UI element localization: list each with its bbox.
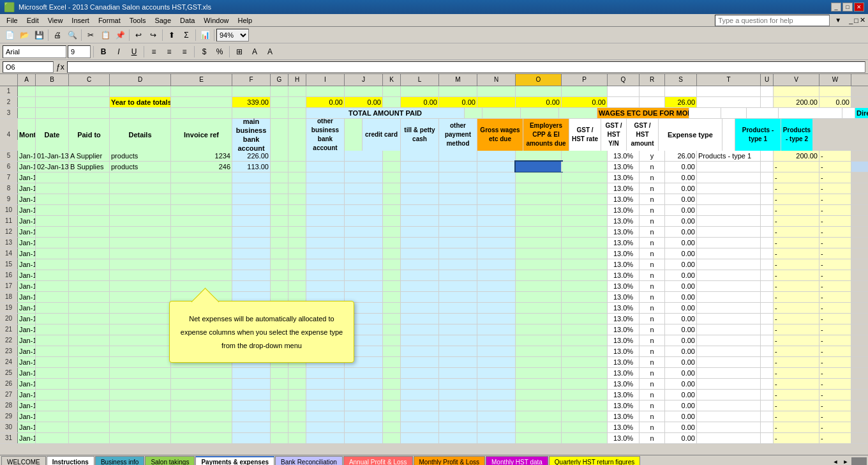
cell-H27[interactable] bbox=[288, 390, 306, 400]
cell-I16[interactable] bbox=[306, 270, 345, 280]
cell-N6[interactable] bbox=[477, 162, 516, 172]
tab-scroll-right[interactable]: ► bbox=[841, 457, 850, 466]
cell-I25[interactable] bbox=[306, 368, 345, 378]
cell-P10[interactable] bbox=[562, 205, 608, 215]
cell-B29[interactable] bbox=[36, 411, 69, 422]
cell-A30[interactable]: Jan-13 bbox=[18, 422, 36, 432]
cell-I28[interactable] bbox=[306, 400, 345, 411]
cell-H25[interactable] bbox=[288, 368, 306, 378]
cell-W8[interactable]: - bbox=[819, 183, 851, 194]
cell-N12[interactable] bbox=[477, 227, 516, 237]
cell-A22[interactable]: Jan-13 bbox=[18, 335, 36, 346]
cell-A17[interactable]: Jan-13 bbox=[18, 281, 36, 291]
tab-bank-reconciliation[interactable]: Bank Reconciliation bbox=[275, 456, 343, 466]
cell-W17[interactable]: - bbox=[819, 281, 851, 291]
cell-P12[interactable] bbox=[562, 227, 608, 237]
cell-I8[interactable] bbox=[306, 183, 345, 194]
cell-L28[interactable] bbox=[401, 400, 439, 411]
cell-Q6[interactable]: 13.0% bbox=[608, 162, 640, 172]
cell-N14[interactable] bbox=[477, 248, 516, 259]
cell-K14[interactable] bbox=[383, 248, 401, 259]
redo-button[interactable]: ↪ bbox=[146, 28, 160, 42]
cell-E17[interactable] bbox=[171, 281, 232, 291]
cell-B2[interactable] bbox=[36, 97, 69, 107]
cell-S19[interactable]: 0.00 bbox=[665, 303, 697, 313]
cell-Q14[interactable]: 13.0% bbox=[608, 248, 640, 259]
cell-N2[interactable] bbox=[477, 97, 516, 107]
cell-Q30[interactable]: 13.0% bbox=[608, 422, 640, 432]
cell-D4[interactable]: Details bbox=[110, 119, 171, 151]
cell-C4[interactable]: Paid to bbox=[69, 119, 110, 151]
cell-T29[interactable] bbox=[697, 411, 761, 422]
cell-T23[interactable] bbox=[697, 346, 761, 356]
cell-L7[interactable] bbox=[401, 172, 439, 183]
cell-U8[interactable] bbox=[761, 183, 774, 194]
cell-G5[interactable] bbox=[271, 151, 288, 161]
cell-W23[interactable]: - bbox=[819, 346, 851, 356]
cell-V19[interactable]: - bbox=[774, 303, 819, 313]
cell-E27[interactable] bbox=[171, 390, 232, 400]
cell-D11[interactable] bbox=[110, 216, 171, 226]
cell-Q17[interactable]: 13.0% bbox=[608, 281, 640, 291]
cell-O26[interactable] bbox=[516, 379, 562, 389]
cell-D14[interactable] bbox=[110, 248, 171, 259]
cell-R11[interactable]: n bbox=[640, 216, 665, 226]
cell-L16[interactable] bbox=[401, 270, 439, 280]
cell-N8[interactable] bbox=[477, 183, 516, 194]
cell-W16[interactable]: - bbox=[819, 270, 851, 280]
cell-N5[interactable] bbox=[477, 151, 516, 161]
cell-W2[interactable]: 0.00 bbox=[819, 97, 851, 107]
cell-Q15[interactable]: 13.0% bbox=[608, 259, 640, 270]
cell-R10[interactable]: n bbox=[640, 205, 665, 215]
cell-F7[interactable] bbox=[232, 172, 271, 183]
cell-F8[interactable] bbox=[232, 183, 271, 194]
cell-N24[interactable] bbox=[477, 357, 516, 367]
cell-H15[interactable] bbox=[288, 259, 306, 270]
cell-O6[interactable] bbox=[516, 162, 562, 172]
cell-J8[interactable] bbox=[345, 183, 383, 194]
chart-button[interactable]: 📊 bbox=[198, 28, 212, 42]
cell-T17[interactable] bbox=[697, 281, 761, 291]
cell-O17[interactable] bbox=[516, 281, 562, 291]
cell-T1[interactable] bbox=[697, 86, 761, 96]
tab-salon-takings[interactable]: Salon takings bbox=[145, 456, 195, 466]
cell-M12[interactable] bbox=[439, 227, 477, 237]
cell-P18[interactable] bbox=[562, 292, 608, 302]
cell-T4[interactable]: Expense type bbox=[659, 119, 722, 151]
sort-asc-button[interactable]: ⬆ bbox=[165, 28, 179, 42]
cell-J30[interactable] bbox=[345, 422, 383, 432]
cell-K20[interactable] bbox=[383, 314, 401, 324]
cell-O30[interactable] bbox=[516, 422, 562, 432]
cell-F13[interactable] bbox=[232, 238, 271, 248]
cell-B7[interactable] bbox=[36, 172, 69, 183]
cell-L27[interactable] bbox=[401, 390, 439, 400]
cell-A5[interactable]: Jan-13 bbox=[18, 151, 36, 161]
cell-M19[interactable] bbox=[439, 303, 477, 313]
cell-U21[interactable] bbox=[761, 324, 774, 335]
cell-M14[interactable] bbox=[439, 248, 477, 259]
cell-N4[interactable]: other payment method bbox=[439, 119, 477, 151]
cell-D28[interactable] bbox=[110, 400, 171, 411]
cell-C26[interactable] bbox=[69, 379, 110, 389]
menu-window[interactable]: Window bbox=[200, 15, 232, 26]
cell-K6[interactable] bbox=[383, 162, 401, 172]
cell-D3[interactable] bbox=[110, 108, 171, 118]
cell-U22[interactable] bbox=[761, 335, 774, 346]
cell-D26[interactable] bbox=[110, 379, 171, 389]
cell-O22[interactable] bbox=[516, 335, 562, 346]
cell-U29[interactable] bbox=[761, 411, 774, 422]
cell-T25[interactable] bbox=[697, 368, 761, 378]
col-header-N[interactable]: N bbox=[477, 74, 516, 86]
font-color-button[interactable]: A bbox=[263, 45, 277, 59]
cell-F25[interactable] bbox=[232, 368, 271, 378]
cell-D25[interactable] bbox=[110, 368, 171, 378]
cell-N27[interactable] bbox=[477, 390, 516, 400]
cell-U23[interactable] bbox=[761, 346, 774, 356]
cell-B28[interactable] bbox=[36, 400, 69, 411]
cell-K27[interactable] bbox=[383, 390, 401, 400]
cell-C12[interactable] bbox=[69, 227, 110, 237]
cell-R6[interactable]: n bbox=[640, 162, 665, 172]
cell-P29[interactable] bbox=[562, 411, 608, 422]
cell-H28[interactable] bbox=[288, 400, 306, 411]
cell-W18[interactable]: - bbox=[819, 292, 851, 302]
